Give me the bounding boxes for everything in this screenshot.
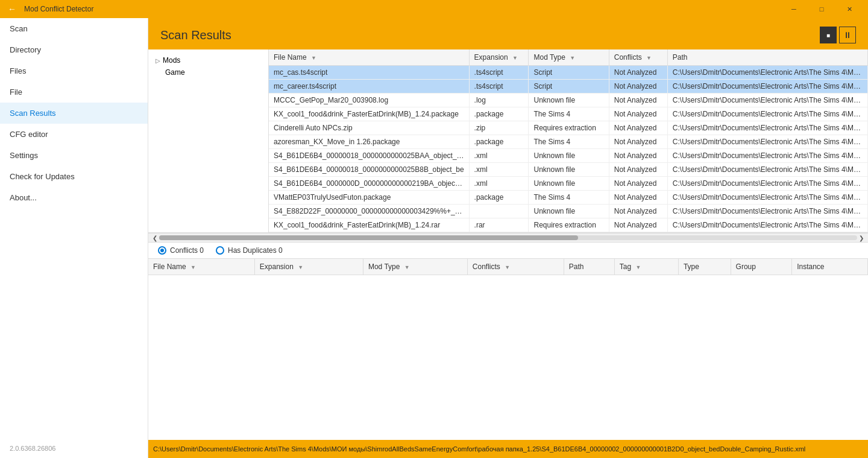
pause-button[interactable]: ⏸ — [839, 27, 856, 43]
table-cell-0: mc_career.ts4script — [269, 80, 469, 94]
col-path-label: Path — [673, 53, 688, 62]
table-cell-0: KX_cool1_food&drink_FasterEatDrink(MB)_1… — [269, 218, 469, 232]
table-row[interactable]: Cinderelli Auto NPCs.zip.zipRequires ext… — [269, 121, 868, 135]
header-controls: ■ ⏸ — [820, 27, 856, 43]
filter-conflicts-icon[interactable]: ▼ — [646, 55, 652, 61]
sidebar-item-check-updates[interactable]: Check for Updates — [0, 166, 148, 187]
bot-filter-tag[interactable]: ▼ — [635, 264, 641, 270]
conflicts-radio-option[interactable]: Conflicts 0 — [158, 246, 204, 255]
file-table-container[interactable]: File Name ▼ Expansion ▼ Mod Type ▼ — [269, 49, 868, 232]
table-cell-3: Not Analyzed — [609, 80, 667, 94]
back-button[interactable]: ← — [5, 2, 19, 16]
table-row[interactable]: VMattEP03TrulyUsedFuton.package.packageT… — [269, 191, 868, 205]
bot-col-path: Path — [564, 259, 614, 275]
bot-filter-modtype[interactable]: ▼ — [404, 264, 410, 270]
table-header-row: File Name ▼ Expansion ▼ Mod Type ▼ — [269, 49, 868, 66]
table-row[interactable]: KX_cool1_food&drink_FasterEatDrink(MB)_1… — [269, 218, 868, 232]
top-section: ▷ Mods Game File Name ▼ — [148, 49, 868, 233]
table-cell-1: .package — [469, 191, 529, 205]
table-cell-0: S4_B61DE6B4_00000018_0000000000025BAA_ob… — [269, 149, 469, 163]
scrollbar-thumb[interactable] — [159, 235, 578, 240]
bottom-section: Conflicts 0 Has Duplicates 0 File Name — [148, 243, 868, 440]
file-table-body: mc_cas.ts4script.ts4scriptScriptNot Anal… — [269, 66, 868, 232]
sidebar-item-about[interactable]: About... — [0, 187, 148, 208]
sidebar-item-files[interactable]: Files — [0, 60, 148, 81]
bot-filter-conflicts[interactable]: ▼ — [505, 264, 510, 270]
sidebar-label-scan-results: Scan Results — [10, 109, 56, 118]
minimize-button[interactable]: ─ — [780, 0, 808, 18]
scroll-right-arrow[interactable]: ❯ — [857, 234, 866, 242]
table-cell-4: C:\Users\Dmitr\Documents\Electronic Arts… — [667, 121, 867, 135]
duplicates-radio-circle[interactable] — [216, 246, 224, 255]
table-row[interactable]: azoresman_KX_Move_in 1.26.package.packag… — [269, 135, 868, 149]
sidebar-item-scan-results[interactable]: Scan Results — [0, 103, 148, 124]
table-cell-4: C:\Users\Dmitr\Documents\Electronic Arts… — [667, 94, 867, 107]
table-row[interactable]: KX_cool1_food&drink_FasterEatDrink(MB)_1… — [269, 107, 868, 121]
sidebar-label-file: File — [10, 87, 22, 97]
table-cell-1: .ts4script — [469, 80, 529, 94]
horizontal-scrollbar[interactable]: ❮ ❯ — [148, 233, 868, 243]
scroll-left-arrow[interactable]: ❮ — [151, 234, 159, 242]
status-bar: C:\Users\Dmitr\Documents\Electronic Arts… — [148, 440, 868, 458]
table-cell-2: Unknown file — [529, 94, 609, 107]
sidebar-item-cfg-editor[interactable]: CFG editor — [0, 124, 148, 145]
table-cell-1 — [469, 205, 529, 218]
table-cell-4: C:\Users\Dmitr\Documents\Electronic Arts… — [667, 80, 867, 94]
tree-item-mods[interactable]: ▷ Mods — [151, 54, 266, 66]
table-cell-3: Not Analyzed — [609, 177, 667, 191]
bot-filter-filename[interactable]: ▼ — [190, 264, 196, 270]
table-cell-2: Requires extraction — [529, 218, 609, 232]
table-row[interactable]: MCCC_GetPop_Mar20_003908.log.logUnknown … — [269, 94, 868, 107]
table-cell-0: MCCC_GetPop_Mar20_003908.log — [269, 94, 469, 107]
filter-expansion-icon[interactable]: ▼ — [512, 55, 518, 61]
close-button[interactable]: ✕ — [835, 0, 863, 18]
table-cell-1: .xml — [469, 163, 529, 177]
sidebar: Scan Directory Files File Scan Results C… — [0, 18, 148, 458]
table-cell-2: Unknown file — [529, 163, 609, 177]
conflicts-radio-circle[interactable] — [158, 246, 166, 255]
table-cell-1: .xml — [469, 149, 529, 163]
sidebar-item-scan[interactable]: Scan — [0, 18, 148, 39]
sidebar-label-files: Files — [10, 66, 26, 75]
sidebar-item-settings[interactable]: Settings — [0, 145, 148, 166]
tree-panel: ▷ Mods Game — [148, 49, 269, 232]
table-cell-4: C:\Users\Dmitr\Documents\Electronic Arts… — [667, 218, 867, 232]
scrollbar-track[interactable] — [159, 235, 857, 240]
bot-filter-expansion[interactable]: ▼ — [298, 264, 303, 270]
table-cell-2: Unknown file — [529, 205, 609, 218]
filter-modtype-icon[interactable]: ▼ — [570, 55, 575, 61]
table-row[interactable]: S4_B61DE6B4_0000000D_000000000000219BA_o… — [269, 177, 868, 191]
table-row[interactable]: S4_B61DE6B4_00000018_0000000000025B8B_ob… — [269, 163, 868, 177]
table-cell-0: Cinderelli Auto NPCs.zip — [269, 121, 469, 135]
bot-col-type: Type — [678, 259, 731, 275]
table-row[interactable]: S4_B61DE6B4_00000018_0000000000025BAA_ob… — [269, 149, 868, 163]
duplicates-radio-option[interactable]: Has Duplicates 0 — [216, 246, 283, 255]
sidebar-item-directory[interactable]: Directory — [0, 39, 148, 60]
stop-button[interactable]: ■ — [820, 27, 837, 43]
table-cell-3: Not Analyzed — [609, 218, 667, 232]
filter-filename-icon[interactable]: ▼ — [311, 55, 316, 61]
tree-item-game[interactable]: Game — [151, 66, 266, 78]
table-cell-2: Unknown file — [529, 177, 609, 191]
table-row[interactable]: mc_cas.ts4script.ts4scriptScriptNot Anal… — [269, 66, 868, 80]
window-controls: ─ □ ✕ — [780, 0, 863, 18]
table-cell-4: C:\Users\Dmitr\Documents\Electronic Arts… — [667, 107, 867, 121]
bottom-table-container[interactable]: File Name ▼ Expansion ▼ Mod Type ▼ — [148, 259, 868, 440]
col-modtype-label: Mod Type — [533, 53, 565, 62]
status-text: C:\Users\Dmitr\Documents\Electronic Arts… — [153, 445, 805, 453]
bot-col-conflicts: Conflicts ▼ — [467, 259, 564, 275]
table-cell-0: S4_E882D22F_00000000_000000000000003429%… — [269, 205, 469, 218]
maximize-button[interactable]: □ — [808, 0, 835, 18]
table-row[interactable]: mc_career.ts4script.ts4scriptScriptNot A… — [269, 80, 868, 94]
table-cell-3: Not Analyzed — [609, 66, 667, 80]
table-cell-4: C:\Users\Dmitr\Documents\Electronic Arts… — [667, 177, 867, 191]
table-cell-4: C:\Users\Dmitr\Documents\Electronic Arts… — [667, 205, 867, 218]
col-expansion-label: Expansion — [474, 53, 508, 62]
sidebar-item-file[interactable]: File — [0, 81, 148, 103]
duplicates-radio-label: Has Duplicates 0 — [228, 246, 283, 255]
table-row[interactable]: S4_E882D22F_00000000_000000000000003429%… — [269, 205, 868, 218]
bottom-table: File Name ▼ Expansion ▼ Mod Type ▼ — [148, 259, 868, 275]
filter-radio-bar: Conflicts 0 Has Duplicates 0 — [148, 243, 868, 259]
col-expansion: Expansion ▼ — [469, 49, 529, 66]
table-cell-3: Not Analyzed — [609, 94, 667, 107]
